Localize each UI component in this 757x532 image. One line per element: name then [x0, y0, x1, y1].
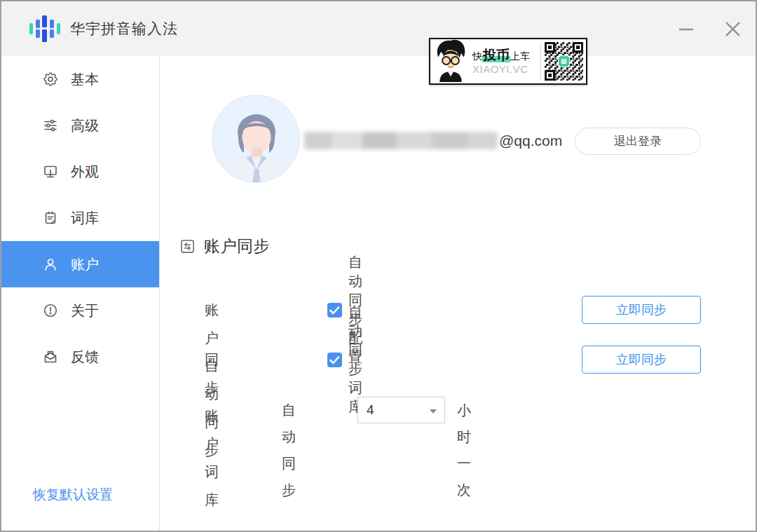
sidebar-item-advanced[interactable]: 高级 [1, 102, 159, 149]
minimize-icon [677, 20, 695, 38]
sidebar-item-label: 关于 [71, 301, 99, 320]
watermark-ad-banner[interactable]: 快投币上车 XIAOYI.VC [429, 38, 587, 85]
checkbox-checked-icon[interactable] [327, 353, 342, 367]
info-icon [42, 302, 59, 319]
sidebar-item-label: 基本 [71, 70, 99, 89]
sync-icon [179, 238, 196, 255]
row-label: 同步账户词库 [205, 346, 219, 514]
user-avatar [212, 95, 300, 183]
close-icon [723, 20, 742, 39]
user-icon [42, 256, 59, 273]
app-title: 华宇拼音输入法 [70, 19, 178, 39]
sidebar-item-label: 词库 [71, 209, 99, 228]
sidebar-item-label: 外观 [71, 163, 99, 182]
sidebar-item-appearance[interactable]: 外观 [1, 149, 159, 195]
sidebar-item-account[interactable]: 账户 [1, 241, 159, 287]
sync-now-button-dictionary[interactable]: 立即同步 [582, 346, 701, 374]
section-title: 账户同步 [204, 236, 270, 257]
sidebar-item-about[interactable]: 关于 [1, 287, 159, 334]
auto-sync-dictionary-checkbox[interactable]: 自动同步词库 [327, 346, 362, 374]
interval-suffix: 小时一次 [457, 397, 471, 503]
ad-slogan: 快投币上车 [472, 48, 539, 63]
ad-cartoon-avatar-icon [432, 39, 471, 83]
notebook-icon [42, 210, 59, 226]
interval-select[interactable]: 4 [357, 397, 445, 423]
ad-text: 快投币上车 XIAOYI.VC [471, 48, 539, 75]
account-email: @qq.com [304, 132, 562, 149]
gear-icon [42, 71, 59, 88]
app-window: 华宇拼音输入法 [0, 0, 757, 532]
ad-site-url: XIAOYI.VC [472, 63, 539, 75]
sidebar-item-feedback[interactable]: 反馈 [1, 334, 159, 380]
sidebar-item-label: 账户 [71, 255, 99, 274]
minimize-button[interactable] [663, 1, 709, 56]
qr-code-icon [545, 42, 583, 81]
sync-now-button-config[interactable]: 立即同步 [582, 296, 701, 324]
titlebar: 华宇拼音输入法 [1, 1, 756, 56]
chevron-down-icon [430, 409, 437, 414]
monitor-icon [42, 163, 59, 180]
logout-button[interactable]: 退出登录 [575, 128, 701, 155]
interval-value: 4 [367, 402, 374, 418]
close-button[interactable] [709, 1, 756, 56]
sidebar-item-dictionary[interactable]: 词库 [1, 195, 159, 241]
sidebar-item-label: 反馈 [71, 348, 99, 367]
sidebar-item-basic[interactable]: 基本 [1, 56, 159, 102]
ad-divider [540, 43, 541, 81]
interval-label: 自动同步 [282, 397, 296, 503]
account-sync-section-header: 账户同步 [179, 236, 270, 257]
window-controls [663, 1, 756, 56]
checkbox-checked-icon[interactable] [327, 303, 342, 318]
mail-icon [42, 348, 59, 365]
sidebar: 基本 高级 外观 [1, 56, 160, 531]
email-blurred-part [304, 132, 498, 149]
sliders-icon [42, 117, 59, 134]
app-logo-icon [28, 14, 62, 43]
ad-slogan-highlight: 投币 [482, 48, 510, 62]
sidebar-item-label: 高级 [71, 116, 99, 135]
email-domain: @qq.com [499, 132, 562, 149]
restore-defaults-link[interactable]: 恢复默认设置 [33, 486, 113, 504]
